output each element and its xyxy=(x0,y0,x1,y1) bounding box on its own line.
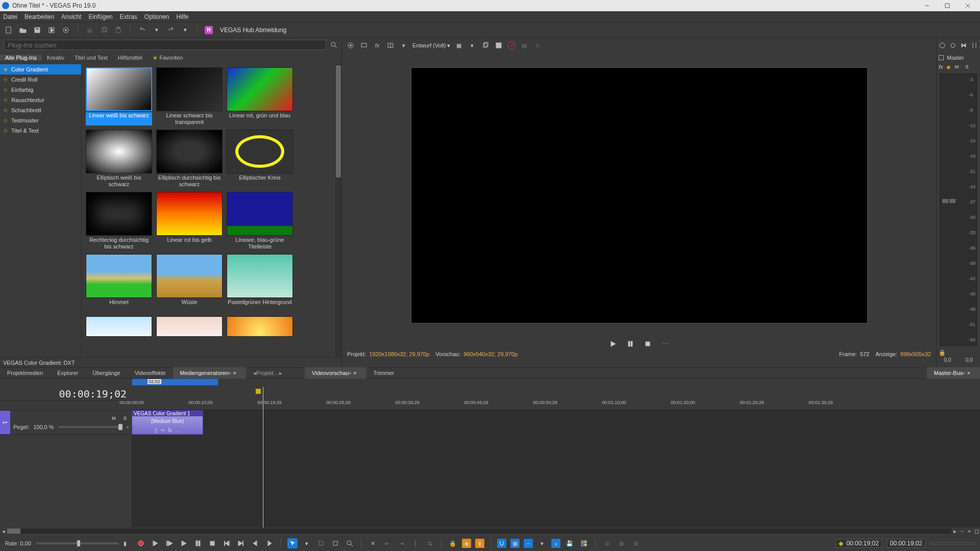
undo-dropdown[interactable]: ▾ xyxy=(152,24,161,36)
split-button[interactable]: ⎮ xyxy=(410,538,421,548)
record-button[interactable] xyxy=(136,538,146,548)
tree-item-schachbrett[interactable]: ☆Schachbrett xyxy=(0,105,81,115)
timecode-display[interactable]: 00:00:19;02 xyxy=(0,387,132,401)
color-button[interactable] xyxy=(579,538,589,548)
master-mute-button[interactable]: M xyxy=(953,63,961,70)
preview-layout-button[interactable]: ▤ xyxy=(520,40,529,51)
cut-button[interactable] xyxy=(85,24,94,36)
auto-ripple-button[interactable]: ↔ xyxy=(524,539,533,548)
autosave-button[interactable]: 💾 xyxy=(565,538,575,548)
preview-external-button[interactable] xyxy=(359,40,369,51)
dock-tab-masterbus[interactable]: Master-Bus ▫ × xyxy=(927,367,980,379)
normal-edit-tool[interactable] xyxy=(287,538,298,548)
preview-menu-button[interactable]: ≡ xyxy=(533,40,542,51)
tab-close-icon[interactable]: × xyxy=(351,370,359,376)
scroll-left-icon[interactable]: ◂ xyxy=(0,528,7,535)
paste-button[interactable] xyxy=(114,24,123,36)
clip-more-icon[interactable]: … xyxy=(175,428,180,433)
menu-hilfe[interactable]: Hilfe xyxy=(177,13,189,20)
downmix-button[interactable] xyxy=(959,40,968,51)
loop-region[interactable]: 02;02 xyxy=(132,379,218,386)
preset-himmel[interactable]: Himmel xyxy=(86,254,152,312)
preview-pause-button[interactable] xyxy=(626,338,635,349)
save-project-button[interactable] xyxy=(33,24,42,36)
track-fx-button[interactable]: ▫ xyxy=(127,424,129,430)
ignore-event-button[interactable]: ⊘ xyxy=(602,538,612,548)
go-end-button[interactable] xyxy=(236,538,246,548)
selection-timecode-field[interactable]: 00:00:19;02 xyxy=(887,539,926,548)
track-mute-button[interactable]: M xyxy=(110,415,117,422)
track-area[interactable]: 00:00:00;00 00:00:10;00 00:00:19;29 00:0… xyxy=(132,387,980,528)
search-icon[interactable] xyxy=(330,41,337,48)
preview-props-button[interactable] xyxy=(346,40,355,51)
group-button[interactable]: ⊞ xyxy=(616,538,626,548)
tree-item-color-gradient[interactable]: ★Color Gradient xyxy=(0,64,81,74)
zoom-out-icon[interactable]: − xyxy=(959,528,966,534)
slip-button[interactable]: ⇆ xyxy=(425,538,435,548)
copy-button[interactable] xyxy=(100,24,109,36)
overlay-grid-button[interactable]: ▦ xyxy=(454,40,463,51)
preset-linear-blue-green-title[interactable]: Lineare, blau-grüne Titelleiste xyxy=(227,192,293,250)
region-button[interactable]: ▮ xyxy=(475,539,484,548)
play-button[interactable] xyxy=(179,538,189,548)
tab-hilfsmittel[interactable]: Hilfsmittel xyxy=(113,55,148,61)
ripple-dropdown[interactable]: ▾ xyxy=(537,538,547,548)
tree-item-testmuster[interactable]: ☆Testmuster xyxy=(0,115,81,126)
dock-tab-videovorschau[interactable]: Videovorschau ▫ × xyxy=(305,367,366,379)
play-from-start-button[interactable] xyxy=(164,538,175,548)
lock-button[interactable]: 🔒 xyxy=(448,538,458,548)
pause-button[interactable] xyxy=(193,538,203,548)
preset-wueste[interactable]: Wüste xyxy=(156,254,223,312)
undo-button[interactable] xyxy=(138,24,147,36)
master-insert-button[interactable]: ◆ xyxy=(946,64,950,70)
preset-sun[interactable] xyxy=(227,316,293,351)
preset-linear-rgb[interactable]: Linear rot, grün und blau xyxy=(227,67,293,126)
selection-tool[interactable] xyxy=(316,538,326,548)
dock-tab-projekt[interactable]: ◂ Projekt… ▸ xyxy=(246,367,289,379)
rate-slider[interactable] xyxy=(36,542,118,544)
tab-kreativ[interactable]: Kreativ xyxy=(42,55,69,61)
trim-start-button[interactable]: ⇤ xyxy=(382,538,392,548)
lock-icon[interactable]: 🔒 xyxy=(939,349,946,356)
delete-button[interactable]: ✕ xyxy=(368,538,378,548)
tab-favoriten[interactable]: ★Favoriten xyxy=(148,55,188,61)
timeline-ruler[interactable]: 00:00:00;00 00:00:10;00 00:00:19;29 00:0… xyxy=(132,387,980,410)
track-number[interactable]: 1 xyxy=(0,411,10,434)
copy-snapshot-button[interactable] xyxy=(481,40,490,51)
preview-quality-select[interactable]: Entwurf (Voll) ▾ xyxy=(412,42,450,49)
mixer-settings-button[interactable] xyxy=(938,40,947,51)
menu-bearbeiten[interactable]: Bearbeiten xyxy=(24,13,54,20)
go-start-button[interactable] xyxy=(222,538,232,548)
preview-play-button[interactable] xyxy=(608,338,618,349)
playhead-cursor[interactable] xyxy=(263,387,263,528)
new-project-button[interactable] xyxy=(4,24,13,36)
tree-item-titel-text[interactable]: ☆Titel & Text xyxy=(0,126,81,136)
minimize-button[interactable] xyxy=(917,0,937,11)
tab-all-plugins[interactable]: Alle Plug-Ins xyxy=(0,55,42,61)
close-button[interactable] xyxy=(958,0,978,11)
preview-more-button[interactable]: ⋯ xyxy=(660,338,670,349)
preset-elliptic-ring[interactable]: Elliptischer Kreis xyxy=(227,130,293,188)
timeline-scrollbar[interactable]: ◂ ▸ − + ◻ xyxy=(0,528,980,535)
timeline-loop-bar[interactable]: 02;02 xyxy=(0,379,980,387)
snap-button[interactable] xyxy=(497,539,506,548)
preset-linear-black-transparent[interactable]: Linear schwarz bis transparent xyxy=(156,67,223,126)
tree-item-rauschtextur[interactable]: ☆Rauschtextur xyxy=(0,95,81,105)
preset-scrollbar[interactable] xyxy=(335,63,341,357)
dock-tab-mediengeneratoren[interactable]: Mediengeneratoren ▫ × xyxy=(173,367,246,379)
redo-button[interactable] xyxy=(166,24,176,36)
auto-crossfade-button[interactable]: ⨉ xyxy=(551,539,560,548)
timeline-clip[interactable]: VEGAS Color Gradient 1 (Medium Blue) ▯ ✂… xyxy=(132,410,203,435)
properties-button[interactable] xyxy=(61,24,70,36)
preset-elliptic-white-black[interactable]: Elliptisch weiß bis schwarz xyxy=(86,130,152,188)
tab-close-icon[interactable]: × xyxy=(231,370,239,376)
faders-button[interactable] xyxy=(970,40,979,51)
envelope-tool[interactable] xyxy=(330,538,340,548)
tree-item-credit-roll[interactable]: ☆Credit Roll xyxy=(0,74,81,85)
marker-1[interactable] xyxy=(256,389,261,394)
master-fx-button[interactable]: fx xyxy=(939,64,943,70)
overlay-dropdown[interactable]: ▾ xyxy=(468,40,477,51)
loop-play-button[interactable] xyxy=(150,538,160,548)
hub-logout-link[interactable]: VEGAS Hub Abmeldung xyxy=(220,27,286,34)
prev-frame-button[interactable] xyxy=(250,538,260,548)
